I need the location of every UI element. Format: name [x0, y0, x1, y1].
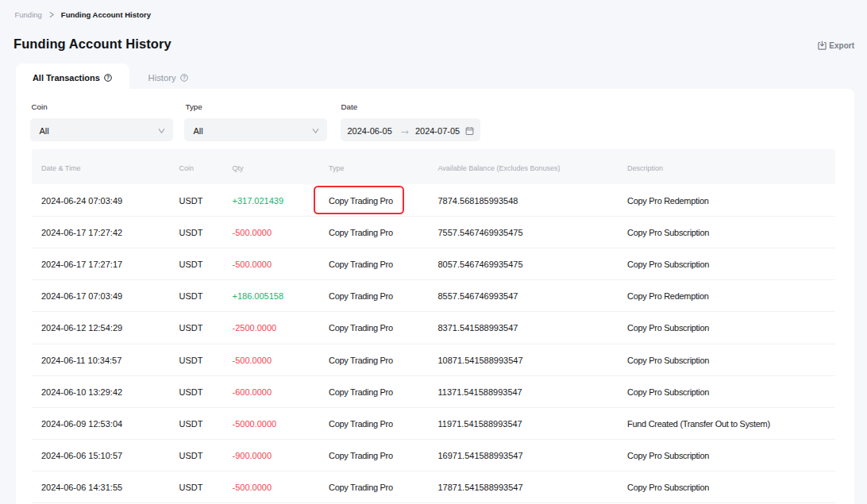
- svg-text:?: ?: [106, 75, 110, 80]
- svg-text:?: ?: [183, 75, 186, 80]
